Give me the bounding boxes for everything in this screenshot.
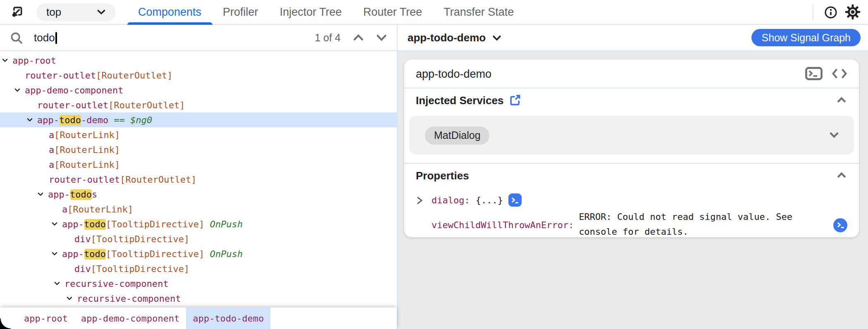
search-icon bbox=[10, 31, 23, 44]
tree-row[interactable]: div[TooltipDirective] bbox=[0, 231, 397, 246]
frame-selector-dropdown[interactable]: top bbox=[36, 3, 116, 21]
tree-row[interactable]: a[RouterLink] bbox=[0, 157, 397, 172]
property-key[interactable]: dialog: bbox=[432, 195, 470, 205]
tree-row[interactable]: app-root bbox=[0, 53, 397, 68]
tree-node-text: s bbox=[92, 189, 97, 200]
tree-node-text: a bbox=[62, 204, 67, 215]
text-caret bbox=[56, 32, 57, 43]
tree-node-text: div bbox=[74, 263, 91, 274]
chevron-down-icon bbox=[97, 9, 106, 15]
search-match-count: 1 of 4 bbox=[315, 32, 341, 43]
window-corner bbox=[0, 318, 11, 329]
tree-node-text: [RouterLink] bbox=[67, 204, 133, 215]
card-title: app-todo-demo bbox=[416, 67, 491, 80]
terminal-icon[interactable] bbox=[509, 193, 522, 207]
chevron-up-icon[interactable] bbox=[836, 94, 847, 106]
breadcrumb-item-app-todo-demo[interactable]: app-todo-demo bbox=[186, 308, 270, 329]
info-icon[interactable] bbox=[820, 1, 842, 23]
breadcrumb-item-app-demo-component[interactable]: app-demo-component bbox=[74, 308, 186, 329]
tree-row[interactable]: recursive-component bbox=[0, 276, 397, 291]
terminal-icon[interactable] bbox=[833, 218, 847, 232]
chevron-down-icon[interactable] bbox=[2, 58, 12, 63]
chevron-down-icon[interactable] bbox=[828, 130, 840, 141]
selected-component-dropdown[interactable]: app-todo-demo bbox=[408, 31, 501, 44]
previous-match-icon[interactable] bbox=[349, 29, 367, 47]
chevron-down-icon[interactable] bbox=[26, 117, 37, 122]
tree-node-text: a bbox=[49, 144, 54, 155]
code-icon[interactable] bbox=[832, 68, 847, 79]
tree-row[interactable]: a[RouterLink] bbox=[0, 142, 397, 157]
details-body: app-todo-demo bbox=[398, 51, 868, 329]
toolbar-right bbox=[813, 0, 868, 24]
external-link-icon[interactable] bbox=[509, 94, 521, 106]
tab-router-tree[interactable]: Router Tree bbox=[353, 0, 433, 24]
angular-devtools-window: top ComponentsProfilerInjector TreeRoute… bbox=[0, 0, 868, 329]
tab-injector-tree[interactable]: Injector Tree bbox=[269, 0, 353, 24]
properties-header[interactable]: Properties bbox=[404, 164, 859, 187]
component-tree-panel: todo 1 of 4 app-rootrouter-outlet[Router… bbox=[0, 25, 397, 329]
tree-row[interactable]: app-demo-component bbox=[0, 83, 397, 98]
tree-row[interactable]: a[RouterLink] bbox=[0, 202, 397, 217]
chevron-down-icon[interactable] bbox=[37, 192, 48, 197]
tree-node-text: [TooltipDirective] bbox=[91, 234, 189, 244]
toolbar: top ComponentsProfilerInjector TreeRoute… bbox=[0, 0, 868, 25]
tree-node-text: a bbox=[49, 129, 54, 140]
tab-profiler[interactable]: Profiler bbox=[212, 0, 269, 24]
property-row-viewchild: viewChildWillThrowAnError: ERROR: Could … bbox=[416, 210, 847, 240]
property-row-dialog: dialog: {...} bbox=[416, 193, 847, 207]
tree-row[interactable]: app-todo-demo == $ng0 bbox=[0, 112, 397, 127]
injected-services-title: Injected Services bbox=[416, 94, 503, 106]
tree-row[interactable]: router-outlet[RouterOutlet] bbox=[0, 98, 397, 112]
next-match-icon[interactable] bbox=[372, 29, 390, 47]
tree-row[interactable]: app-todo[TooltipDirective] OnPush bbox=[0, 246, 397, 261]
tree-node-text: todo bbox=[84, 248, 106, 259]
tree-node-text: OnPush bbox=[204, 219, 243, 229]
chevron-down-icon[interactable] bbox=[66, 296, 77, 301]
tree-row[interactable]: a[RouterLink] bbox=[0, 127, 397, 142]
tree-node-text: -demo bbox=[81, 114, 108, 125]
tree-node-text: recursive-component bbox=[64, 278, 169, 289]
injected-services-header[interactable]: Injected Services bbox=[404, 88, 859, 112]
tree-node-text: [RouterLink] bbox=[54, 144, 120, 155]
service-chip[interactable]: MatDialog bbox=[425, 126, 490, 144]
terminal-icon[interactable] bbox=[805, 67, 823, 80]
tree-node-text: == bbox=[108, 114, 130, 125]
chevron-right-icon[interactable] bbox=[416, 195, 432, 205]
frame-selector-value: top bbox=[46, 6, 61, 18]
property-key[interactable]: viewChildWillThrowAnError: bbox=[432, 219, 574, 230]
chevron-up-icon[interactable] bbox=[836, 169, 847, 181]
tree-node-text: app- bbox=[48, 189, 70, 200]
tree-node-text: a bbox=[49, 159, 54, 170]
component-card: app-todo-demo bbox=[404, 60, 859, 237]
show-signal-graph-button[interactable]: Show Signal Graph bbox=[752, 29, 861, 46]
chevron-down-icon[interactable] bbox=[14, 88, 25, 93]
breadcrumb-item-app-root[interactable]: app-root bbox=[17, 308, 74, 329]
search-query: todo bbox=[34, 31, 55, 44]
tree-node-text: app-demo-component bbox=[25, 85, 123, 95]
tab-components[interactable]: Components bbox=[127, 0, 212, 24]
injected-services-list: MatDialog bbox=[409, 116, 854, 155]
tree-node-text: recursive-component bbox=[77, 293, 181, 304]
chevron-down-icon[interactable] bbox=[51, 251, 62, 256]
tab-transfer-state[interactable]: Transfer State bbox=[433, 0, 525, 24]
tree-row[interactable]: app-todos bbox=[0, 187, 397, 202]
property-error-value: ERROR: Could not read signal value. See … bbox=[579, 210, 833, 240]
component-details-panel: app-todo-demo Show Signal Graph app-todo… bbox=[398, 25, 868, 329]
inspect-element-icon[interactable] bbox=[7, 3, 26, 21]
tree-row[interactable]: recursive-component bbox=[0, 291, 397, 306]
tree-node-text: router-outlet bbox=[49, 174, 120, 185]
tree-row[interactable]: router-outlet[RouterOutlet] bbox=[0, 172, 397, 187]
gear-icon[interactable] bbox=[842, 1, 863, 23]
chevron-down-icon[interactable] bbox=[54, 281, 64, 286]
component-tree: app-rootrouter-outlet[RouterOutlet]app-d… bbox=[0, 51, 397, 308]
tree-row[interactable]: router-outlet[RouterOutlet] bbox=[0, 68, 397, 83]
tree-row[interactable]: div[TooltipDirective] bbox=[0, 261, 397, 276]
tab-bar: ComponentsProfilerInjector TreeRouter Tr… bbox=[127, 0, 525, 24]
tree-node-text: [TooltipDirective] bbox=[106, 219, 204, 229]
tree-node-text: todo bbox=[59, 114, 81, 125]
chevron-down-icon[interactable] bbox=[51, 222, 62, 226]
tree-row[interactable]: app-todo[TooltipDirective] OnPush bbox=[0, 217, 397, 231]
tree-node-text: app- bbox=[37, 114, 59, 125]
search-input[interactable]: todo bbox=[34, 31, 57, 44]
properties-list: dialog: {...} viewChildWillThrowAnError: bbox=[404, 193, 859, 240]
